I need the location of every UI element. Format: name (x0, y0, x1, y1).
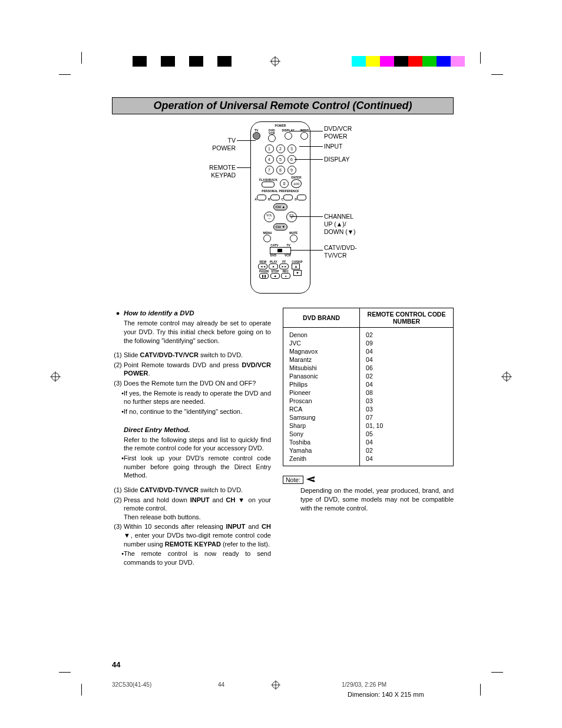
callout-dvdvcr-power: DVD/VCR POWER (324, 125, 352, 140)
intro-identify: The remote control may already be set to… (124, 319, 271, 345)
table-row: Zenith04 (283, 454, 454, 466)
table-row: Pioneer08 (283, 388, 454, 397)
heading-direct-entry: Direct Entry Method. (124, 426, 190, 433)
footer-reg-mark (271, 680, 280, 691)
table-row: Samsung07 (283, 413, 454, 421)
codes-column: DVD BRAND REMOTE CONTROL CODE NUMBER Den… (283, 308, 454, 567)
note-text: Depending on the model, year produced, b… (300, 486, 454, 513)
instructions-column: ●How to identify a DVD The remote contro… (112, 308, 271, 567)
color-registration-bars (0, 56, 562, 67)
dvd-codes-table: DVD BRAND REMOTE CONTROL CODE NUMBER Den… (283, 308, 454, 466)
callout-tv-power: TV POWER (200, 137, 236, 152)
page-content: Operation of Universal Remote Control (C… (112, 97, 454, 567)
table-row: Yamaha02 (283, 446, 454, 454)
callout-display: DISPLAY (324, 156, 350, 163)
table-row: Philips04 (283, 380, 454, 388)
page-title: Operation of Universal Remote Control (C… (112, 97, 454, 114)
note-arrow-icon (306, 476, 317, 483)
ch-down-button: CH ▼ (273, 223, 287, 230)
heading-identify: How to identify a DVD (124, 309, 194, 317)
table-row: JVC09 (283, 339, 454, 347)
table-row: Toshiba04 (283, 438, 454, 446)
side-reg-mark (501, 371, 512, 384)
label-preference: PERSONAL PREFERENCE (251, 190, 310, 193)
footer-file: 32C530(41-45) (112, 681, 151, 688)
intro-direct-entry: Refer to the following steps and list to… (124, 436, 271, 453)
table-row: Proscan03 (283, 397, 454, 405)
page-title-text: Operation of Universal Remote Control (C… (153, 100, 412, 111)
label-dvdvcr: DVD VCR (266, 129, 277, 134)
table-row: Marantz04 (283, 355, 454, 364)
table-row: Magnavox04 (283, 347, 454, 355)
remote-diagram: POWER TV DVD VCR DISPLAY INPUT 123 456 7… (112, 121, 454, 304)
table-row: Denon02 (283, 328, 454, 340)
table-row: RCA03 (283, 405, 454, 413)
callout-remote-keypad: REMOTE KEYPAD (200, 164, 236, 179)
table-row: Panasonic02 (283, 372, 454, 380)
table-row: Sharp01, 10 (283, 421, 454, 430)
remote-control-illustration: POWER TV DVD VCR DISPLAY INPUT 123 456 7… (250, 121, 310, 294)
table-row: Mitsubishi06 (283, 364, 454, 372)
page-number: 44 (112, 660, 120, 669)
crop-mark (480, 672, 503, 696)
footer-page: 44 (218, 681, 224, 688)
callout-channel: CHANNEL UP (▲)/ DOWN (▼) (324, 213, 356, 236)
note-block: Note: Depending on the model, year produ… (283, 466, 454, 513)
table-row: Sony05 (283, 430, 454, 438)
th-brand: DVD BRAND (283, 308, 360, 328)
footer-timestamp: 1/29/03, 2:26 PM (342, 681, 386, 688)
ch-up-button: CH ▲ (273, 203, 287, 210)
side-reg-mark (50, 371, 61, 384)
note-label: Note: (286, 476, 300, 483)
callout-catv: CATV/DVD- TV/VCR (324, 244, 357, 259)
label-power: POWER (251, 124, 310, 127)
th-code: REMOTE CONTROL CODE NUMBER (360, 308, 454, 328)
crop-mark (59, 672, 82, 696)
footer-dimension: Dimension: 140 X 215 mm (348, 691, 424, 698)
callout-input: INPUT (324, 143, 343, 150)
